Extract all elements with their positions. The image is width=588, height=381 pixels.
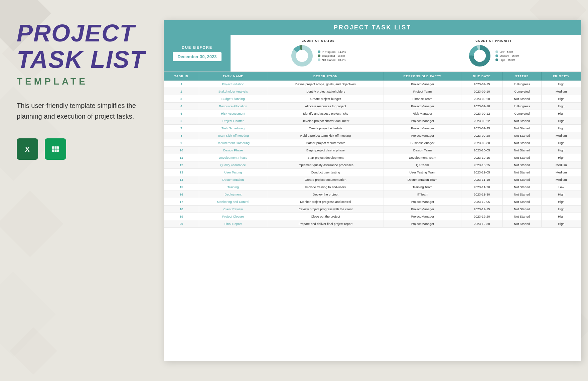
cell-description: Conduct user testing: [267, 169, 384, 176]
col-responsible-party: RESPONSIBLE PARTY: [384, 72, 461, 81]
table-header: TASK ID TASK NAME DESCRIPTION RESPONSIBL…: [164, 72, 581, 81]
low-label: Low: [499, 50, 504, 53]
cell-name: Requirement Gathering: [199, 139, 267, 147]
cell-status: Not Started: [502, 161, 541, 169]
cell-priority: High: [541, 191, 581, 198]
cell-priority: High: [541, 147, 581, 154]
excel-file-icon[interactable]: X: [17, 138, 38, 160]
cell-name: Client Review: [199, 206, 267, 213]
cell-status: Not Started: [502, 125, 541, 132]
table-row: 10 Design Phase Begin project design pha…: [164, 147, 581, 154]
col-task-name: TASK NAME: [199, 72, 267, 81]
due-before-date: December 30, 2023: [173, 52, 221, 61]
cell-priority: High: [541, 103, 581, 110]
cell-priority: Medium: [541, 88, 581, 95]
legend-low: Low 5.0%: [495, 50, 519, 53]
low-dot: [495, 50, 498, 53]
cell-priority: Low: [541, 183, 581, 191]
cell-due: 2023-09-10: [461, 88, 502, 95]
cell-priority: High: [541, 213, 581, 220]
cell-description: Create project documentation: [267, 176, 384, 183]
cell-party: Project Manager: [384, 206, 461, 213]
svg-text:X: X: [25, 146, 30, 153]
cell-status: Not Started: [502, 213, 541, 220]
sheets-file-icon[interactable]: [45, 138, 66, 160]
cell-party: Finance Team: [384, 95, 461, 103]
status-chart-legend: In Progress 11.0% Completed 10.0% Not St…: [318, 50, 346, 61]
cell-party: User Testing Team: [384, 169, 461, 176]
cell-due: 2023-11-05: [461, 169, 502, 176]
cell-description: Gather project requirements: [267, 139, 384, 147]
cell-party: Risk Manager: [384, 110, 461, 117]
svg-point-15: [474, 50, 486, 62]
cell-due: 2023-10-15: [461, 154, 502, 161]
cell-name: Risk Assessment: [199, 110, 267, 117]
cell-name: Quality Assurance: [199, 161, 267, 169]
high-pct: 75.0%: [508, 58, 516, 61]
high-dot: [495, 58, 498, 61]
col-priority: PRIORITY: [541, 72, 581, 81]
cell-name: Deployment: [199, 191, 267, 198]
completed-label: Completed: [322, 54, 335, 57]
cell-id: 16: [164, 191, 199, 198]
cell-id: 7: [164, 125, 199, 132]
cell-name: Resource Allocation: [199, 103, 267, 110]
cell-id: 6: [164, 117, 199, 125]
cell-description: Identify project stakeholders: [267, 88, 384, 95]
cell-name: Project Initiation: [199, 81, 267, 88]
cell-name: Project Closure: [199, 213, 267, 220]
cell-party: Business Analyst: [384, 139, 461, 147]
cell-due: 2023-11-30: [461, 191, 502, 198]
cell-priority: High: [541, 220, 581, 228]
spreadsheet-title: PROJECT TASK LIST: [164, 20, 581, 35]
cell-status: Not Started: [502, 206, 541, 213]
table-row: 17 Monitoring and Control Monitor projec…: [164, 198, 581, 206]
not-started-dot: [318, 58, 320, 61]
cell-due: 2023-09-25: [461, 125, 502, 132]
cell-id: 18: [164, 206, 199, 213]
status-chart-content: In Progress 11.0% Completed 10.0% Not St…: [290, 44, 346, 68]
table-row: 1 Project Initiation Define project scop…: [164, 81, 581, 88]
cell-priority: High: [541, 110, 581, 117]
cell-id: 5: [164, 110, 199, 117]
cell-status: Not Started: [502, 176, 541, 183]
cell-name: Project Charter: [199, 117, 267, 125]
cell-name: Final Report: [199, 220, 267, 228]
table-row: 11 Development Phase Start project devel…: [164, 154, 581, 161]
svg-rect-3: [52, 146, 59, 152]
task-table-body: 1 Project Initiation Define project scop…: [164, 81, 581, 228]
high-label: High: [499, 58, 505, 61]
cell-id: 20: [164, 220, 199, 228]
medium-dot: [495, 54, 498, 57]
cell-description: Create project schedule: [267, 125, 384, 132]
cell-id: 2: [164, 88, 199, 95]
cell-id: 4: [164, 103, 199, 110]
priority-chart-legend: Low 5.0% Medium 25.0% High 75.0%: [495, 50, 519, 61]
not-started-label: Not Started: [322, 58, 335, 61]
cell-priority: High: [541, 154, 581, 161]
cell-priority: High: [541, 198, 581, 206]
cell-id: 1: [164, 81, 199, 88]
cell-description: Monitor project progress and control: [267, 198, 384, 206]
cell-description: Review project progress with the client: [267, 206, 384, 213]
legend-in-progress: In Progress 11.0%: [318, 50, 346, 53]
cell-party: Project Team: [384, 88, 461, 95]
table-row: 15 Training Provide training to end-user…: [164, 183, 581, 191]
col-status: STATUS: [502, 72, 541, 81]
table-row: 12 Quality Assurance Implement quality a…: [164, 161, 581, 169]
legend-completed: Completed 10.0%: [318, 54, 346, 57]
cell-status: Completed: [502, 110, 541, 117]
cell-id: 11: [164, 154, 199, 161]
task-table-wrapper: TASK ID TASK NAME DESCRIPTION RESPONSIBL…: [164, 72, 581, 228]
cell-status: Not Started: [502, 220, 541, 228]
charts-area: COUNT OF STATUS In Progre: [231, 35, 581, 72]
cell-id: 15: [164, 183, 199, 191]
cell-party: Project Manager: [384, 103, 461, 110]
status-chart-title: COUNT OF STATUS: [302, 39, 335, 42]
in-progress-label: In Progress: [322, 50, 335, 53]
cell-priority: High: [541, 95, 581, 103]
cell-id: 10: [164, 147, 199, 154]
table-row: 3 Budget Planning Create project budget …: [164, 95, 581, 103]
cell-description: Close out the project: [267, 213, 384, 220]
cell-id: 12: [164, 161, 199, 169]
